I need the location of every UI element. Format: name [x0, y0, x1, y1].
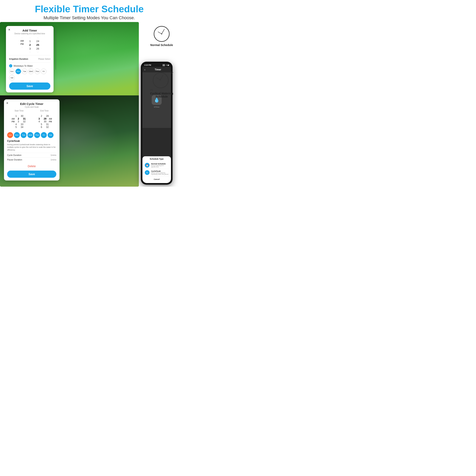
s-hr-1: 1 [14, 115, 18, 118]
dots-bot: ··· [21, 46, 23, 49]
cycle-duration-row[interactable]: Cycle Duration 1mins [7, 153, 56, 157]
e-mn-31: 31 [45, 123, 50, 126]
right-sidebar: Normal Schedule ↺ ↺ [145, 22, 178, 98]
pm-label: PM [20, 43, 25, 45]
normal-clock-icon [154, 26, 170, 42]
hour-2[interactable]: 2 [29, 43, 32, 47]
day-c-mon[interactable]: Mon [14, 132, 20, 138]
s-mn-30: 30 [20, 115, 24, 118]
irrigation-label: Irrigation Duration [9, 58, 28, 60]
delete-button[interactable]: Delete [7, 163, 56, 169]
phone-sidebar-area: 2:23 PM ▌▌ ✦ ▮▮ ‹ Timer 💧 HITimer [139, 22, 178, 187]
cancel-button[interactable]: Cancel [144, 177, 169, 182]
day-mon[interactable]: Mon [16, 69, 21, 74]
e-mn-28: 28 [45, 115, 50, 118]
edit-timer-title: Edit Cycle Timer [7, 102, 56, 105]
hr-dots-bot: ··· [29, 51, 31, 53]
day-wed[interactable]: Wed [28, 69, 34, 74]
hour-col: ··· 1 2 3 ··· [29, 36, 32, 53]
se-e-row-4: 5 31 [33, 123, 56, 126]
e-hr-4: 4 [37, 120, 41, 123]
cyclical-schedule-type: ↺ ↺ Cyclical WateringSchedule [150, 72, 173, 98]
se-dots-bot-r: ··· [33, 129, 56, 131]
s-mn-34: 34 [20, 126, 24, 129]
cycle-clock-min-hand [160, 75, 163, 80]
day-c-sun[interactable]: Sun [7, 132, 13, 138]
add-timer-save-button[interactable]: Save [9, 83, 50, 90]
bottom-panel: × Edit Cycle Timer Cycle and Soak Start … [0, 95, 139, 187]
day-sun[interactable]: Sun [9, 69, 15, 74]
day-thur[interactable]: Thur [34, 69, 40, 74]
s-hr-2: 2 [16, 118, 21, 120]
weekdays-label: Weekdays To Water [14, 65, 33, 67]
day-tue[interactable]: Tue [22, 69, 27, 74]
day-c-sat[interactable]: Sat [48, 132, 53, 138]
sheet-title: Schedule Type [144, 158, 169, 160]
se-e-row-2: 3 29 AM [33, 118, 56, 120]
end-label: End Time [33, 110, 56, 112]
s-hr-4: 4 [14, 123, 18, 126]
ampm-col: ··· AM PM ··· [20, 36, 25, 53]
e-mn-29: 29 [43, 118, 47, 120]
edit-close-icon[interactable]: × [6, 101, 8, 105]
panels-area: × Add Timer Device watering at a specifi… [0, 22, 139, 187]
e-hr-3: 3 [37, 118, 41, 120]
mn-dots-top: ··· [37, 36, 38, 39]
page-wrapper: Flexible Timer Schedule Multiple Timer S… [0, 0, 178, 187]
weekdays-check: ✓ Weekdays To Water [9, 64, 50, 68]
day-c-thu[interactable]: Thur [34, 132, 40, 138]
hour-1[interactable]: 1 [29, 39, 32, 43]
day-sat[interactable]: Sat [9, 75, 15, 81]
day-c-fri[interactable]: Fri [41, 132, 47, 138]
cycle-clock-container: ↺ ↺ [153, 72, 170, 90]
min-24[interactable]: 24 [35, 39, 40, 43]
se-e-row-3: 4 30 PM [33, 120, 56, 123]
se-dots-top-r: ··· [33, 113, 56, 115]
pm-2: PM [49, 120, 52, 123]
top-panel: × Add Timer Device watering at a specifi… [0, 22, 139, 95]
cycle-soak-section: Cycle/Soak During period,Cycle&Soak brea… [7, 140, 56, 151]
schedule-sheet: Schedule Type ⏰ Normal Schedule Device w… [142, 156, 171, 183]
day-fri[interactable]: Fri [41, 69, 46, 74]
add-timer-title: Add Timer [9, 29, 50, 32]
hour-3[interactable]: 3 [29, 47, 32, 50]
e-mn-32: 32 [45, 126, 50, 129]
edit-timer-subtitle: Cycle and Soak [7, 106, 56, 108]
e-hr-5: 5 [39, 123, 44, 126]
close-icon[interactable]: × [8, 28, 10, 32]
normal-schedule-icon: ⏰ [145, 163, 150, 168]
pause-duration-row[interactable]: Pause Duration 1mins [7, 157, 56, 162]
time-picker: ··· AM PM ··· ··· 1 2 3 ··· [9, 36, 50, 53]
cycle-soak-option-desc: Device will be watering repeatedly withi… [151, 172, 169, 175]
cycle-soak-option[interactable]: ↻ Cycle/Soak Device will be watering rep… [144, 169, 169, 176]
normal-schedule-desc: Device watering at a specific time [151, 165, 169, 168]
irrigation-select[interactable]: Please Select [38, 58, 50, 60]
clock-min-hand [161, 29, 165, 34]
hr-dots-top: ··· [29, 36, 31, 39]
normal-schedule-option[interactable]: ⏰ Normal Schedule Device watering at a s… [144, 162, 169, 169]
clock-center-dot [161, 34, 162, 34]
clock-face [155, 27, 169, 41]
min-26[interactable]: 26 [35, 47, 40, 50]
page-subtitle: Multiple Timer Setting Modes You Can Cho… [4, 15, 174, 20]
day-c-wed[interactable]: Wed [27, 132, 33, 138]
start-time-col: Start Time ··· 1 30 AM 2 31 [7, 110, 31, 131]
s-mn-31: 31 [22, 118, 27, 120]
normal-schedule-label: Normal Schedule [150, 43, 173, 47]
add-timer-subtitle: Device watering at a specified time [9, 33, 50, 35]
days-row-colored: Sun Mon Tue Wed Thur Fri Sat [7, 132, 56, 138]
divider-1 [9, 55, 50, 55]
cycle-clock-icon [153, 72, 169, 88]
normal-schedule-type: Normal Schedule [150, 26, 173, 47]
s-mn-33: 33 [20, 123, 24, 126]
edit-save-button[interactable]: Save [7, 170, 56, 178]
se-row-2: AM 2 31 [7, 118, 31, 120]
start-end-picker: Start Time ··· 1 30 AM 2 31 [7, 110, 56, 131]
min-25[interactable]: 25 [35, 43, 40, 47]
check-icon: ✓ [9, 64, 12, 68]
end-time-col: End Time ··· 2 28 3 29 AM [33, 110, 56, 131]
day-c-tue[interactable]: Tue [21, 132, 27, 138]
se-e-row-5: 6 32 [33, 126, 56, 129]
start-label: Start Time [7, 110, 31, 112]
page-header: Flexible Timer Schedule Multiple Timer S… [0, 0, 178, 22]
